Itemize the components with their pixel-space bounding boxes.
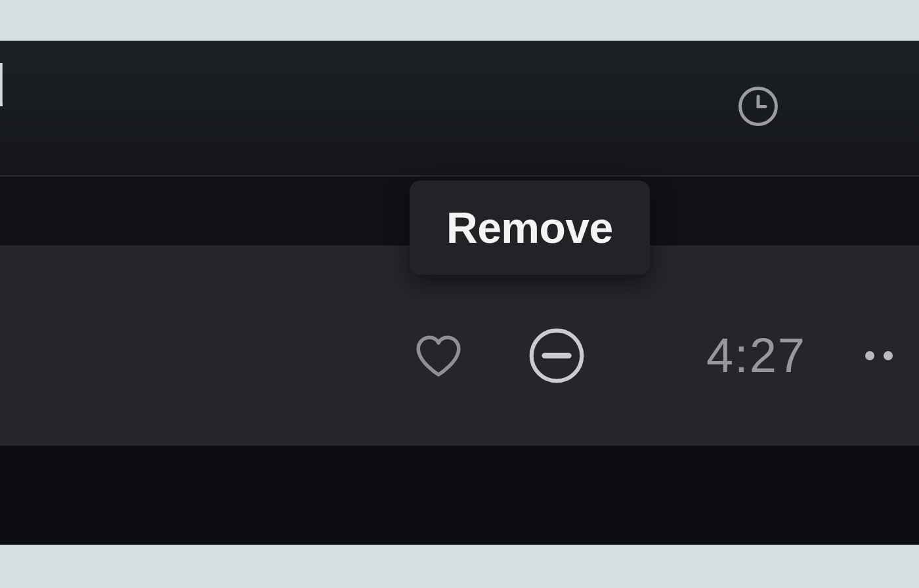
heart-icon — [412, 329, 465, 383]
more-options-button[interactable] — [865, 351, 893, 360]
duration-column-header[interactable] — [735, 83, 781, 129]
clock-icon — [737, 85, 780, 128]
tooltip: Remove — [410, 180, 650, 275]
app-frame: d 4:27 — [0, 41, 919, 545]
track-row[interactable]: 4:27 — [0, 245, 919, 446]
remove-circle-icon — [526, 326, 587, 386]
header-title-partial: d — [0, 52, 5, 120]
like-button[interactable] — [408, 324, 470, 387]
bottom-bar — [0, 446, 919, 545]
track-actions: 4:27 — [408, 324, 893, 387]
more-horizontal-icon — [865, 351, 874, 360]
track-duration: 4:27 — [706, 327, 806, 383]
list-header: d — [0, 41, 919, 177]
tooltip-text: Remove — [446, 203, 613, 252]
remove-button[interactable] — [526, 324, 588, 387]
